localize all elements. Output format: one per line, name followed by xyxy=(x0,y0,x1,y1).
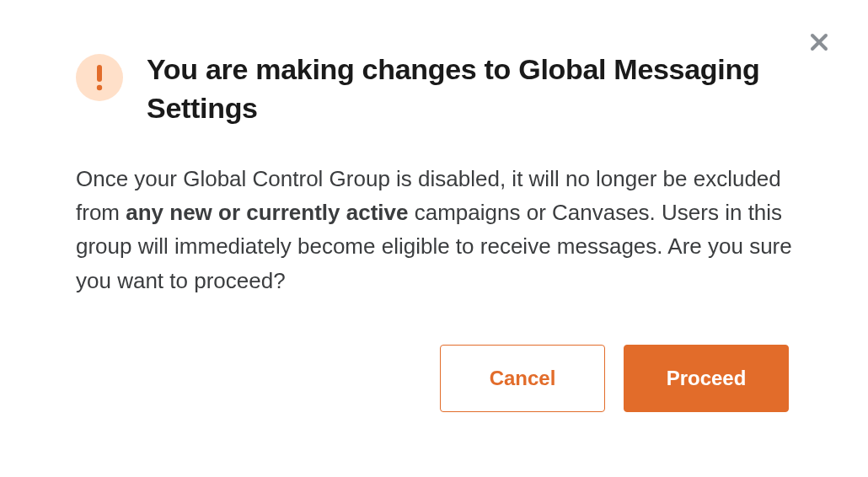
modal-body: Once your Global Control Group is disabl… xyxy=(76,162,792,297)
modal-header: You are making changes to Global Messagi… xyxy=(76,51,792,128)
body-text-bold: any new or currently active xyxy=(126,200,408,225)
svg-point-3 xyxy=(97,85,102,90)
proceed-button[interactable]: Proceed xyxy=(624,345,789,412)
close-icon xyxy=(810,33,828,55)
confirmation-modal: You are making changes to Global Messagi… xyxy=(0,0,868,463)
cancel-button[interactable]: Cancel xyxy=(440,345,605,412)
modal-actions: Cancel Proceed xyxy=(76,345,792,412)
warning-icon xyxy=(94,63,105,92)
close-button[interactable] xyxy=(807,32,831,56)
modal-title: You are making changes to Global Messagi… xyxy=(147,51,792,128)
svg-rect-2 xyxy=(97,65,102,82)
warning-icon-container xyxy=(76,54,123,101)
